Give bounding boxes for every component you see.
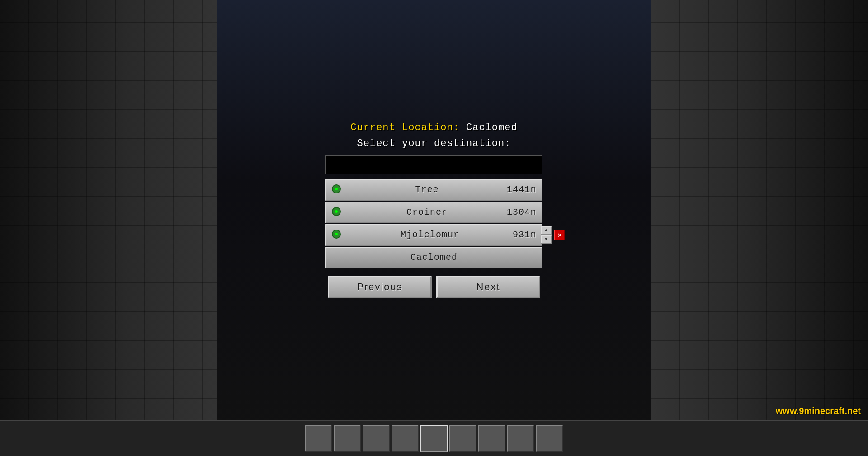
navigation-buttons: Previous Next (328, 276, 540, 298)
watermark-brand: 9minecraft (799, 406, 844, 416)
destination-item-tree[interactable]: Tree 1441m (326, 179, 542, 201)
destination-distance-mjolclomur: 931m (513, 230, 536, 240)
destination-list: Tree 1441m Croiner 1304m Mjolclomur 931m (326, 179, 542, 268)
select-destination-title: Select your destination: (357, 138, 511, 149)
destination-distance-tree: 1441m (507, 184, 536, 195)
watermark-prefix: www. (776, 406, 799, 416)
destination-icon-mjolclomur (332, 230, 343, 240)
watermark-suffix: .net (844, 406, 861, 416)
destination-dialog: Current Location: Caclomed Select your d… (316, 122, 552, 298)
destination-item-mjolclomur[interactable]: Mjolclomur 931m ▲ ▼ ✕ (326, 224, 542, 246)
destination-icon-croiner (332, 207, 343, 218)
current-location-display: Current Location: Caclomed (350, 122, 517, 133)
arrow-up-button[interactable]: ▲ (541, 226, 552, 235)
destination-name-mjolclomur: Mjolclomur (347, 230, 513, 240)
destination-item-croiner[interactable]: Croiner 1304m (326, 202, 542, 223)
waypoint-icon-mjolclomur (332, 230, 341, 239)
waypoint-icon-tree (332, 184, 341, 193)
next-button[interactable]: Next (436, 276, 540, 298)
remove-waypoint-button[interactable]: ✕ (554, 230, 565, 240)
search-box[interactable] (326, 155, 542, 174)
current-location-value: Caclomed (466, 122, 518, 133)
current-location-label: Current Location: (350, 122, 459, 133)
arrow-controls: ▲ ▼ (541, 226, 552, 244)
destination-name-croiner: Croiner (347, 207, 507, 217)
destination-name-tree: Tree (347, 184, 507, 195)
side-controls: ▲ ▼ ✕ (541, 226, 565, 244)
destination-distance-croiner: 1304m (507, 207, 536, 217)
waypoint-icon-croiner (332, 207, 341, 216)
destination-name-caclomed: Caclomed (332, 252, 536, 263)
previous-button[interactable]: Previous (328, 276, 432, 298)
arrow-down-button[interactable]: ▼ (541, 235, 552, 244)
destination-icon-tree (332, 184, 343, 195)
dialog-overlay: Current Location: Caclomed Select your d… (0, 0, 868, 456)
watermark: www.9minecraft.net (776, 406, 861, 416)
destination-item-caclomed: Caclomed (326, 247, 542, 268)
